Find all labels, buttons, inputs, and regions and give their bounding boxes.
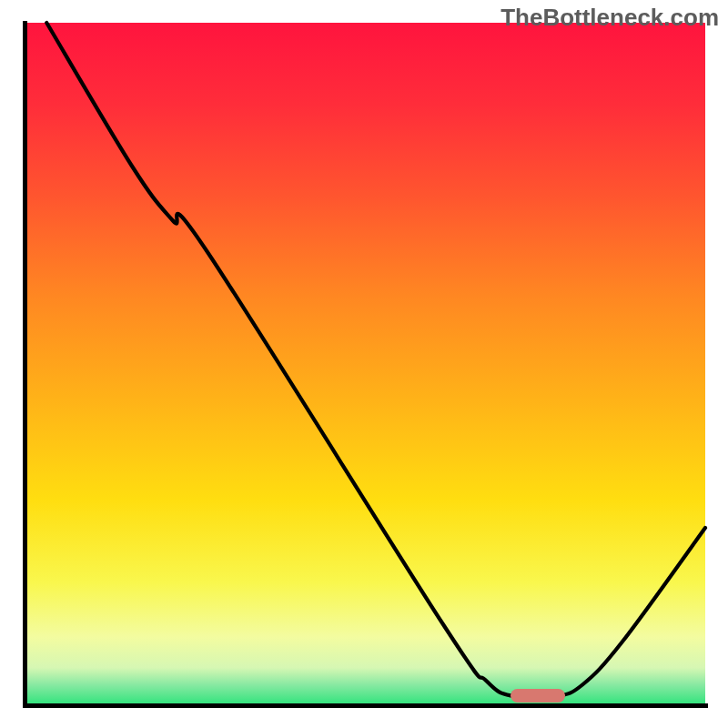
plot-area	[23, 23, 705, 705]
gradient-fill	[23, 23, 705, 705]
y-axis	[23, 21, 27, 708]
bottleneck-chart: TheBottleneck.com	[0, 0, 728, 728]
plot-svg	[23, 23, 705, 705]
watermark-text: TheBottleneck.com	[500, 4, 719, 32]
x-axis	[23, 703, 708, 708]
optimal-marker	[511, 689, 565, 703]
